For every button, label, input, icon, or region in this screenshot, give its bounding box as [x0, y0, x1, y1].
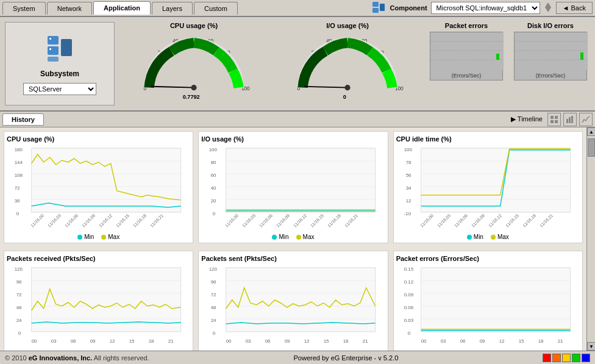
- cpu-gauge-box: CPU usage (%) 0 100 20 80 40 60: [119, 22, 268, 105]
- svg-text:11/16,18: 11/16,18: [522, 213, 536, 228]
- svg-rect-7: [61, 39, 72, 56]
- svg-text:11/16,15: 11/16,15: [310, 213, 324, 228]
- svg-rect-150: [421, 268, 570, 332]
- svg-rect-39: [555, 116, 558, 119]
- svg-rect-87: [421, 148, 570, 212]
- back-button[interactable]: ◄ Back: [556, 2, 593, 14]
- svg-rect-66: [226, 148, 376, 212]
- main-area: Subsystem SQLServer CPU usage (%) 0 100 …: [0, 17, 595, 351]
- legend-min: Min: [77, 234, 94, 240]
- cpu-gauge-svg: 0 100 20 80 40 60 0.7792: [119, 32, 268, 99]
- subsystem-box: Subsystem SQLServer: [5, 22, 115, 105]
- svg-text:11/16,15: 11/16,15: [505, 213, 519, 228]
- svg-text:11/16,21: 11/16,21: [149, 213, 164, 228]
- svg-rect-0: [372, 2, 379, 7]
- svg-text:12: 12: [405, 198, 411, 204]
- grid-icon-btn[interactable]: [547, 113, 561, 126]
- disk-io-errors-title: Disk I/O errors: [527, 22, 574, 29]
- cpu-usage-chart-title: CPU usage (%): [7, 135, 190, 143]
- scroll-thumb[interactable]: [588, 138, 595, 157]
- tab-system[interactable]: System: [2, 2, 46, 15]
- svg-text:48: 48: [16, 305, 22, 310]
- svg-text:21: 21: [363, 338, 368, 344]
- status-copyright: © 2010 eG Innovations, Inc. All rights r…: [5, 354, 149, 362]
- svg-text:06: 06: [71, 338, 76, 344]
- tab-application[interactable]: Application: [93, 1, 151, 15]
- status-color-green: [572, 354, 580, 362]
- io-gauge-svg: 0 100 20 80 40 60 0: [273, 32, 422, 99]
- pkts-received-title: Packets received (Pkts/Sec): [7, 255, 190, 262]
- subsystem-icon: [45, 33, 75, 65]
- status-color-orange: [552, 354, 561, 362]
- svg-text:100: 100: [209, 147, 218, 152]
- svg-rect-37: [580, 52, 583, 60]
- cpu-idle-legend: Min Max: [396, 234, 580, 240]
- status-bar: © 2010 eG Innovations, Inc. All rights r…: [0, 351, 595, 364]
- scroll-up-btn[interactable]: ▲: [587, 127, 595, 136]
- subsystem-label: Subsystem: [40, 70, 79, 78]
- packet-errors-title: Packet errors: [445, 22, 488, 29]
- idle-legend-min-label: Min: [474, 234, 483, 240]
- scroll-down-btn[interactable]: ▼: [587, 342, 595, 351]
- history-tab[interactable]: History: [2, 113, 44, 126]
- svg-rect-32: [496, 54, 499, 60]
- bar-chart-icon-btn[interactable]: [563, 113, 577, 126]
- svg-text:108: 108: [15, 173, 23, 178]
- tab-custom[interactable]: Custom: [194, 2, 238, 15]
- svg-text:00: 00: [226, 338, 232, 344]
- tab-network[interactable]: Network: [47, 2, 92, 15]
- pkts-received-chart: Packets received (Pkts/Sec) 120 96 72: [4, 251, 193, 351]
- svg-point-17: [191, 85, 196, 90]
- io-usage-chart-title: I/O usage (%): [201, 135, 385, 143]
- io-gauge-box: I/O usage (%) 0 100 20 80 40 60: [273, 22, 422, 105]
- tab-layers[interactable]: Layers: [152, 2, 193, 15]
- svg-rect-33: [515, 32, 588, 70]
- tab-bar: History ▶ Timeline: [0, 112, 595, 127]
- svg-text:11/16,21: 11/16,21: [539, 213, 554, 228]
- svg-rect-44: [571, 116, 573, 123]
- svg-text:56: 56: [405, 173, 411, 178]
- svg-text:0.09: 0.09: [404, 292, 413, 298]
- status-color-blue: [582, 354, 590, 362]
- svg-text:03: 03: [246, 338, 251, 344]
- legend-max-dot: [101, 235, 106, 240]
- svg-text:15: 15: [324, 338, 329, 344]
- disk-io-errors-sublabel: (Errors/Sec): [536, 73, 566, 79]
- svg-text:11/16,21: 11/16,21: [344, 213, 358, 228]
- svg-text:40: 40: [211, 185, 216, 191]
- line-chart-icon-btn[interactable]: [579, 113, 593, 126]
- svg-text:11/16,03: 11/16,03: [436, 213, 451, 228]
- svg-text:78: 78: [405, 160, 411, 165]
- svg-text:0.03: 0.03: [404, 318, 413, 323]
- svg-text:15: 15: [129, 338, 135, 344]
- svg-text:09: 09: [479, 338, 485, 344]
- pkts-sent-title: Packets sent (Pkts/Sec): [201, 255, 385, 262]
- svg-text:80: 80: [211, 160, 216, 165]
- io-usage-chart-svg: 100 80 60 40 20 0 11/16,00 11/16,03 11/1…: [201, 145, 385, 230]
- timeline-button[interactable]: ▶ Timeline: [511, 115, 543, 123]
- metrics-panel: Subsystem SQLServer CPU usage (%) 0 100 …: [0, 17, 595, 112]
- pkts-sent-svg: 120 96 72 48 24 0 00 03 06: [201, 265, 385, 350]
- error-panel: Packet errors (Errors/Sec) Disk I/O erro…: [427, 22, 590, 105]
- svg-text:18: 18: [149, 338, 154, 344]
- svg-text:11/16,15: 11/16,15: [115, 213, 130, 228]
- svg-text:12: 12: [499, 338, 504, 344]
- svg-text:72: 72: [15, 185, 20, 191]
- cpu-idle-chart-title: CPU idle time (%): [396, 135, 580, 143]
- svg-text:120: 120: [209, 266, 218, 272]
- svg-text:0.12: 0.12: [404, 279, 413, 285]
- svg-text:03: 03: [440, 338, 446, 344]
- disk-io-errors-display: (Errors/Sec): [514, 32, 587, 80]
- svg-rect-8: [49, 38, 51, 40]
- subsystem-select[interactable]: SQLServer: [23, 83, 96, 95]
- io-legend-max-dot: [296, 235, 301, 240]
- svg-text:12: 12: [304, 338, 310, 344]
- svg-text:0.7792: 0.7792: [183, 94, 200, 99]
- svg-text:0.06: 0.06: [404, 305, 413, 310]
- svg-rect-40: [550, 120, 554, 123]
- component-select[interactable]: Microsoft SQL:infoway_sqldb1: [431, 2, 540, 14]
- cpu-usage-chart-svg: 180 144 108 72 36 0 11/16,00: [7, 145, 190, 230]
- charts-content[interactable]: CPU usage (%) 180 144: [0, 127, 586, 351]
- svg-text:00: 00: [32, 338, 37, 344]
- scrollbar[interactable]: ▲ ▼: [586, 127, 595, 351]
